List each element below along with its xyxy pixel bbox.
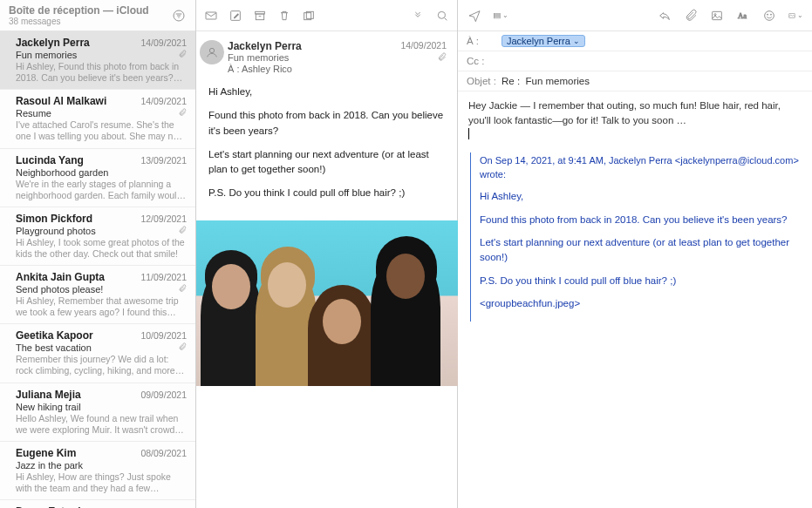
message-item[interactable]: Lucinda Yang13/09/2021Neighborhood garde… bbox=[0, 149, 195, 207]
envelope-icon[interactable] bbox=[203, 8, 219, 24]
svg-point-11 bbox=[438, 11, 445, 18]
attachment-image[interactable] bbox=[196, 220, 458, 386]
svg-rect-17 bbox=[713, 11, 722, 19]
svg-line-12 bbox=[445, 17, 447, 20]
msg-subject: Resume bbox=[16, 108, 51, 119]
msg-sender: Jackelyn Perra bbox=[16, 37, 90, 49]
paperclip-icon bbox=[178, 108, 187, 119]
compose-icon[interactable] bbox=[228, 8, 243, 24]
msg-sender: Ankita Jain Gupta bbox=[16, 271, 105, 283]
svg-point-20 bbox=[765, 10, 774, 20]
to-label: À : bbox=[228, 64, 239, 74]
reader-body: Hi Ashley, Found this photo from back in… bbox=[196, 79, 457, 215]
paperclip-icon bbox=[178, 226, 187, 236]
paperclip-icon bbox=[437, 52, 447, 64]
header-fields-icon[interactable]: ⌄ bbox=[493, 8, 508, 24]
msg-preview: Hi Ashley, Found this photo from back in… bbox=[16, 61, 187, 84]
subject-field-row[interactable]: Objet : Re : Fun memories bbox=[458, 71, 812, 91]
reader-sender: Jackelyn Perra bbox=[228, 40, 302, 52]
message-item[interactable]: Jackelyn Perra14/09/2021Fun memoriesHi A… bbox=[0, 31, 195, 90]
text-cursor bbox=[468, 128, 469, 139]
body-p1: Found this photo from back in 2018. Can … bbox=[208, 108, 445, 139]
reply-icon[interactable] bbox=[657, 8, 672, 24]
junk-icon[interactable] bbox=[301, 8, 317, 24]
msg-date: 09/09/2021 bbox=[140, 389, 187, 400]
message-item[interactable]: Juliana Mejia09/09/2021New hiking trailH… bbox=[0, 383, 195, 442]
attach-icon[interactable] bbox=[683, 8, 699, 24]
message-list[interactable]: Jackelyn Perra14/09/2021Fun memoriesHi A… bbox=[0, 31, 195, 508]
svg-point-22 bbox=[770, 14, 771, 15]
to-value: Ashley Rico bbox=[242, 64, 292, 74]
msg-subject: Playground photos bbox=[16, 226, 96, 236]
message-item[interactable]: Simon Pickford12/09/2021Playground photo… bbox=[0, 207, 195, 266]
compose-body[interactable]: Hey Jackie — I remember that outing, so … bbox=[458, 91, 812, 329]
msg-subject: Fun memories bbox=[16, 50, 77, 60]
quote-p3: P.S. Do you think I could pull off blue … bbox=[480, 274, 802, 288]
more-icon[interactable] bbox=[410, 8, 426, 24]
filter-icon[interactable] bbox=[171, 8, 187, 24]
mailbox-title: Boîte de réception — iCloud bbox=[9, 4, 171, 17]
svg-text:Aa: Aa bbox=[738, 11, 747, 20]
send-icon[interactable] bbox=[467, 8, 482, 24]
reader-subject: Fun memories bbox=[228, 52, 289, 64]
svg-point-21 bbox=[767, 14, 768, 15]
msg-preview: Hello Ashley, We found a new trail when … bbox=[16, 413, 187, 436]
cc-field-row[interactable]: Cc : bbox=[458, 51, 812, 71]
subject-value: Fun memories bbox=[525, 76, 590, 86]
format-icon[interactable]: Aa bbox=[735, 8, 751, 24]
photo-browser-icon[interactable]: ⌄ bbox=[788, 8, 803, 24]
to-label: À : bbox=[467, 36, 502, 46]
paperclip-icon bbox=[178, 284, 187, 295]
message-item[interactable]: Geetika Kapoor10/09/2021The best vacatio… bbox=[0, 324, 195, 383]
svg-rect-15 bbox=[495, 15, 501, 16]
msg-preview: Hi Ashley, Remember that awesome trip we… bbox=[16, 295, 187, 318]
message-list-pane: Boîte de réception — iCloud 38 messages … bbox=[0, 0, 196, 508]
msg-date: 12/09/2021 bbox=[140, 213, 187, 224]
quoted-block: On Sep 14, 2021, at 9:41 AM, Jackelyn Pe… bbox=[470, 152, 802, 322]
reader-to-row: À : Ashley Rico bbox=[228, 64, 447, 74]
quote-attachment: <groupbeachfun.jpeg> bbox=[480, 296, 802, 311]
emoji-icon[interactable] bbox=[761, 8, 777, 24]
msg-subject: The best vacation bbox=[16, 342, 92, 353]
trash-icon[interactable] bbox=[276, 8, 292, 24]
avatar bbox=[200, 40, 224, 64]
sidebar-header: Boîte de réception — iCloud 38 messages bbox=[0, 0, 195, 31]
reader-date: 14/09/2021 bbox=[400, 40, 447, 52]
message-item[interactable]: Ankita Jain Gupta11/09/2021Send photos p… bbox=[0, 266, 195, 324]
insert-image-icon[interactable] bbox=[709, 8, 725, 24]
body-greeting: Hi Ashley, bbox=[208, 85, 445, 99]
compose-text[interactable]: Hey Jackie — I remember that outing, so … bbox=[468, 98, 802, 127]
subject-label: Objet : bbox=[467, 76, 502, 86]
reader-toolbar bbox=[196, 0, 457, 31]
msg-date: 10/09/2021 bbox=[140, 330, 187, 341]
svg-point-13 bbox=[209, 48, 214, 52]
paperclip-icon bbox=[178, 50, 187, 60]
body-p3: P.S. Do you think I could pull off blue … bbox=[208, 186, 445, 200]
msg-subject: Jazz in the park bbox=[16, 460, 83, 471]
msg-sender: Lucinda Yang bbox=[16, 154, 84, 166]
msg-sender: Geetika Kapoor bbox=[16, 329, 93, 342]
message-item[interactable]: Daren Estrada07/09/2021Coming to townHey… bbox=[0, 500, 195, 508]
recipient-pill[interactable]: Jackelyn Perra⌄ bbox=[502, 35, 585, 47]
msg-date: 13/09/2021 bbox=[140, 155, 187, 166]
msg-sender: Eugene Kim bbox=[16, 447, 76, 459]
msg-subject: New hiking trail bbox=[16, 402, 81, 412]
archive-icon[interactable] bbox=[252, 8, 268, 24]
compose-toolbar: ⌄ Aa ⌄ bbox=[458, 0, 812, 31]
search-icon[interactable] bbox=[434, 8, 450, 24]
svg-rect-16 bbox=[495, 17, 501, 17]
msg-subject: Neighborhood garden bbox=[16, 167, 108, 178]
message-item[interactable]: Rasoul Al Malkawi14/09/2021ResumeI've at… bbox=[0, 90, 195, 148]
msg-sender: Juliana Mejia bbox=[16, 389, 81, 401]
svg-rect-14 bbox=[495, 13, 501, 14]
message-item[interactable]: Eugene Kim08/09/2021Jazz in the parkHi A… bbox=[0, 442, 195, 500]
to-field-row[interactable]: À : Jackelyn Perra⌄ bbox=[458, 31, 812, 51]
msg-preview: Hi Ashley, How are things? Just spoke wi… bbox=[16, 471, 187, 494]
quote-p2: Let's start planning our next adventure … bbox=[480, 235, 802, 264]
cc-label: Cc : bbox=[467, 56, 502, 66]
svg-rect-7 bbox=[256, 14, 263, 20]
msg-subject: Send photos please! bbox=[16, 284, 103, 295]
mailbox-count: 38 messages bbox=[9, 17, 171, 26]
compose-pane: ⌄ Aa ⌄ À : Jackelyn Perra⌄ Cc : Objet : … bbox=[458, 0, 812, 508]
chevron-down-icon[interactable]: ⌄ bbox=[573, 37, 580, 45]
